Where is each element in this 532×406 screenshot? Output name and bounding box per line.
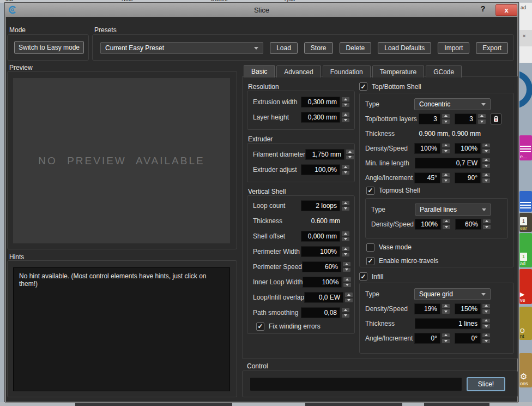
tb-layers-top-spinner[interactable]: [442, 114, 450, 124]
spin-up-icon[interactable]: [341, 97, 350, 102]
filament-diameter-spinner[interactable]: [346, 149, 354, 160]
micro-travels-checkbox[interactable]: ✓: [366, 257, 374, 265]
infill-type-select[interactable]: Square grid: [414, 288, 491, 300]
spin-down-icon[interactable]: [341, 170, 350, 176]
extruder-adjust-field[interactable]: 100,0%: [301, 164, 340, 175]
tb-speed-field[interactable]: 100%: [455, 143, 481, 154]
spin-up-icon[interactable]: [442, 219, 451, 224]
spin-down-icon[interactable]: [343, 283, 352, 288]
filament-diameter-field[interactable]: 1,750 mm: [305, 149, 344, 160]
spin-up-icon[interactable]: [341, 231, 350, 236]
spin-down-icon[interactable]: [442, 148, 450, 154]
perimeter-speed-field[interactable]: 60%: [302, 261, 341, 272]
extruder-adjust-spinner[interactable]: [341, 164, 350, 175]
top-bottom-shell-checkbox[interactable]: ✓: [359, 82, 367, 91]
inner-loop-width-field[interactable]: 100%: [303, 277, 342, 288]
spin-down-icon[interactable]: [341, 237, 350, 242]
infill-speed-spinner[interactable]: [482, 303, 491, 314]
lock-button[interactable]: [491, 114, 501, 124]
tb-density-field[interactable]: 100%: [414, 143, 440, 154]
infill-speed-field[interactable]: 150%: [455, 303, 481, 314]
spin-up-icon[interactable]: [442, 172, 450, 178]
spin-down-icon[interactable]: [477, 119, 486, 124]
spin-up-icon[interactable]: [477, 114, 486, 119]
topmost-density-field[interactable]: 100%: [415, 219, 441, 230]
spin-up-icon[interactable]: [442, 333, 450, 338]
spin-down-icon[interactable]: [341, 103, 350, 108]
spin-up-icon[interactable]: [341, 164, 350, 170]
toolbar-button-print[interactable]: O nt: [519, 307, 532, 340]
spin-up-icon[interactable]: [482, 219, 491, 224]
tab-close-icon[interactable]: ×: [519, 30, 532, 46]
tb-angle-field[interactable]: 45°: [414, 172, 440, 183]
extrusion-width-spinner[interactable]: [341, 97, 350, 108]
spin-up-icon[interactable]: [482, 333, 491, 338]
topmost-speed-field[interactable]: 60%: [455, 219, 481, 230]
spin-up-icon[interactable]: [482, 303, 491, 309]
spin-down-icon[interactable]: [442, 338, 450, 344]
load-defaults-button[interactable]: Load Defaults: [378, 42, 431, 54]
delete-button[interactable]: Delete: [340, 42, 372, 54]
perimeter-speed-spinner[interactable]: [342, 261, 351, 272]
spin-down-icon[interactable]: [482, 178, 491, 183]
tab-temperature[interactable]: Temperature: [372, 65, 424, 77]
tb-layers-bottom-field[interactable]: 3: [455, 114, 476, 124]
spin-down-icon[interactable]: [482, 163, 491, 169]
infill-density-spinner[interactable]: [442, 303, 450, 314]
spin-up-icon[interactable]: [442, 303, 450, 309]
toolbar-button-save[interactable]: ▶ ve: [519, 269, 532, 304]
titlebar[interactable]: Slice ? x: [5, 3, 518, 17]
spin-up-icon[interactable]: [482, 318, 491, 324]
tb-layers-bottom-spinner[interactable]: [477, 114, 486, 124]
spin-up-icon[interactable]: [341, 307, 350, 313]
spin-up-icon[interactable]: [344, 292, 353, 297]
shell-offset-spinner[interactable]: [341, 231, 350, 242]
spin-down-icon[interactable]: [341, 118, 350, 123]
tb-angle-spinner[interactable]: [442, 172, 450, 183]
loop-infill-overlap-spinner[interactable]: [344, 292, 353, 303]
layer-height-field[interactable]: 0,300 mm: [301, 112, 340, 123]
extrusion-width-field[interactable]: 0,300 mm: [301, 97, 340, 108]
min-line-length-spinner[interactable]: [482, 158, 491, 169]
spin-down-icon[interactable]: [482, 338, 491, 344]
loop-infill-overlap-field[interactable]: 0,0 EW: [304, 292, 343, 303]
export-button[interactable]: Export: [476, 42, 508, 54]
spin-down-icon[interactable]: [342, 267, 351, 273]
spin-down-icon[interactable]: [344, 298, 353, 303]
spin-down-icon[interactable]: [482, 148, 491, 154]
path-smoothing-field[interactable]: 0,08: [301, 307, 340, 318]
infill-checkbox[interactable]: ✓: [359, 272, 367, 280]
preset-select[interactable]: Current Easy Preset: [100, 42, 263, 54]
spin-up-icon[interactable]: [346, 149, 354, 154]
spin-up-icon[interactable]: [342, 261, 351, 267]
spin-down-icon[interactable]: [346, 155, 354, 160]
spin-down-icon[interactable]: [482, 324, 491, 329]
topmost-type-select[interactable]: Parallel lines: [415, 204, 491, 216]
perimeter-width-field[interactable]: 100%: [301, 246, 340, 257]
spin-down-icon[interactable]: [341, 313, 350, 319]
infill-angle-spinner[interactable]: [442, 333, 450, 344]
spin-down-icon[interactable]: [442, 119, 450, 124]
perimeter-width-spinner[interactable]: [341, 246, 350, 257]
shell-offset-field[interactable]: 0,000 mm: [301, 231, 340, 242]
spin-up-icon[interactable]: [341, 200, 350, 206]
toolbar-button-blue[interactable]: [519, 191, 532, 212]
spin-up-icon[interactable]: [343, 277, 352, 282]
spin-up-icon[interactable]: [482, 143, 491, 148]
toolbar-button-magenta[interactable]: e...: [519, 135, 532, 160]
toolbar-button-options[interactable]: ⚙ ons: [519, 353, 532, 387]
fix-winding-checkbox[interactable]: ✓: [256, 323, 264, 331]
spin-down-icon[interactable]: [341, 252, 350, 258]
spin-up-icon[interactable]: [341, 112, 350, 117]
topmost-speed-spinner[interactable]: [482, 219, 491, 230]
spin-down-icon[interactable]: [341, 206, 350, 212]
loop-count-spinner[interactable]: [341, 200, 350, 211]
spin-down-icon[interactable]: [482, 224, 491, 230]
loop-count-field[interactable]: 2 loops: [301, 200, 340, 211]
topmost-density-spinner[interactable]: [442, 219, 451, 230]
infill-thickness-spinner[interactable]: [482, 318, 491, 329]
help-button[interactable]: ?: [478, 4, 488, 14]
infill-density-field[interactable]: 19%: [414, 303, 440, 314]
spin-down-icon[interactable]: [442, 224, 451, 230]
infill-increment-field[interactable]: 0°: [455, 333, 481, 344]
